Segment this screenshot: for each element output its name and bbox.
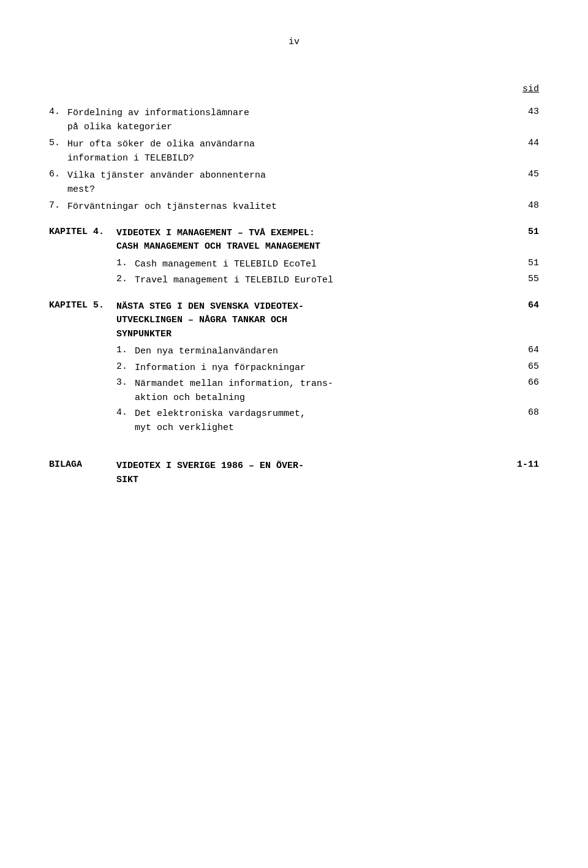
sub-entry-5-4: 4. Det elektroniska vardagsrummet,myt oc… [116, 407, 539, 435]
kapitel-5-text: NÄSTA STEG I DEN SVENSKA VIDEOTEX-UTVECK… [116, 300, 508, 342]
sub-page-5-4: 68 [508, 407, 539, 418]
sub-num-4-2: 2. [116, 274, 135, 284]
kapitel-5-label: KAPITEL 5. [49, 300, 116, 311]
kapitel-4-subs: 1. Cash management i TELEBILD EcoTel 51 … [116, 258, 539, 288]
kapitel-5-subs: 1. Den nya terminalanvändaren 64 2. Info… [116, 345, 539, 435]
sid-label: sid [49, 84, 539, 94]
sub-page-4-1: 51 [508, 258, 539, 268]
sub-entry-4-2: 2. Travel management i TELEBILD EuroTel … [116, 274, 539, 288]
entry-number-5: 5. [49, 138, 67, 148]
sub-text-5-4: Det elektroniska vardagsrummet,myt och v… [135, 407, 508, 435]
kapitel-5-entry: KAPITEL 5. NÄSTA STEG I DEN SVENSKA VIDE… [49, 300, 539, 342]
entry-page-7: 48 [508, 200, 539, 211]
kapitel-4-entry: KAPITEL 4. VIDEOTEX I MANAGEMENT – TVÅ E… [49, 227, 539, 254]
page-number: iv [49, 37, 539, 47]
sub-entry-5-2: 2. Information i nya förpackningar 65 [116, 361, 539, 376]
sub-num-5-1: 1. [116, 345, 135, 355]
sub-num-5-3: 3. [116, 377, 135, 388]
entry-number-4: 4. [49, 107, 67, 117]
sub-text-5-1: Den nya terminalanvändaren [135, 345, 508, 359]
sub-num-5-4: 4. [116, 407, 135, 418]
toc-entry-7: 7. Förväntningar och tjänsternas kvalite… [49, 200, 539, 214]
bilaga-entry: BILAGA VIDEOTEX I SVERIGE 1986 – EN ÖVER… [49, 459, 539, 487]
entry-page-5: 44 [508, 138, 539, 148]
entry-text-6: Vilka tjänster använder abonnenternamest… [67, 169, 508, 197]
kapitel-5-page: 64 [508, 300, 539, 311]
sub-page-5-3: 66 [508, 377, 539, 388]
entry-number-6: 6. [49, 169, 67, 179]
sub-text-4-1: Cash management i TELEBILD EcoTel [135, 258, 508, 272]
sub-entry-4-1: 1. Cash management i TELEBILD EcoTel 51 [116, 258, 539, 272]
sub-page-4-2: 55 [508, 274, 539, 284]
sub-text-4-2: Travel management i TELEBILD EuroTel [135, 274, 508, 288]
sub-entry-5-3: 3. Närmandet mellan information, trans-a… [116, 377, 539, 405]
bilaga-page: 1-11 [508, 459, 539, 470]
sub-num-4-1: 1. [116, 258, 135, 268]
entry-text-4: Fördelning av informationslämnarepå olik… [67, 107, 508, 134]
sub-entry-5-1: 1. Den nya terminalanvändaren 64 [116, 345, 539, 359]
entry-page-6: 45 [508, 169, 539, 179]
toc-entry-5: 5. Hur ofta söker de olika användarnainf… [49, 138, 539, 165]
sub-text-5-2: Information i nya förpackningar [135, 361, 508, 376]
sub-text-5-3: Närmandet mellan information, trans-akti… [135, 377, 508, 405]
entry-text-7: Förväntningar och tjänsternas kvalitet [67, 200, 508, 214]
kapitel-4-label: KAPITEL 4. [49, 227, 116, 237]
toc-entry-4: 4. Fördelning av informationslämnarepå o… [49, 107, 539, 134]
entry-text-5: Hur ofta söker de olika användarnainform… [67, 138, 508, 165]
kapitel-4-page: 51 [508, 227, 539, 237]
sub-page-5-1: 64 [508, 345, 539, 355]
bilaga-label: BILAGA [49, 459, 116, 470]
entry-page-4: 43 [508, 107, 539, 117]
entry-number-7: 7. [49, 200, 67, 211]
bilaga-text: VIDEOTEX I SVERIGE 1986 – EN ÖVER-SIKT [116, 459, 508, 487]
toc-entry-6: 6. Vilka tjänster använder abonnenternam… [49, 169, 539, 197]
kapitel-4-text: VIDEOTEX I MANAGEMENT – TVÅ EXEMPEL:CASH… [116, 227, 508, 254]
sub-num-5-2: 2. [116, 361, 135, 372]
sub-page-5-2: 65 [508, 361, 539, 372]
